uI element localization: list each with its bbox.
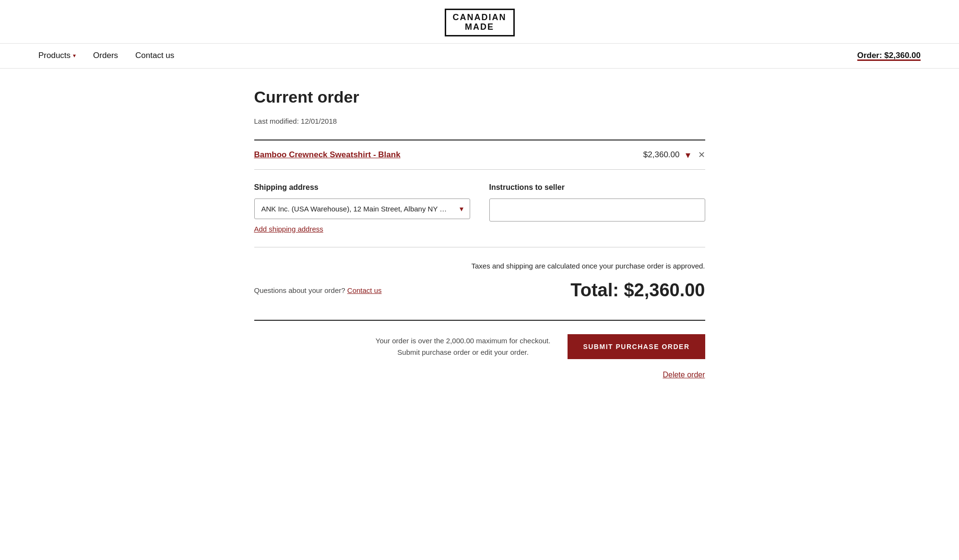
checkout-info-line1: Your order is over the 2,000.00 maximum …: [376, 337, 551, 345]
order-summary-text: Order: $2,360.00: [857, 51, 921, 60]
nav-contact[interactable]: Contact us: [135, 43, 174, 68]
last-modified-date: 12/01/2018: [301, 117, 337, 125]
questions-text: Questions about your order? Contact us: [254, 286, 382, 294]
add-shipping-address-link[interactable]: Add shipping address: [254, 225, 323, 233]
totals-section: Taxes and shipping are calculated once y…: [254, 247, 705, 320]
logo-line2: MADE: [453, 23, 507, 32]
logo-line1: CANADIAN: [453, 13, 507, 23]
contact-us-link[interactable]: Contact us: [347, 286, 382, 294]
product-expand-icon[interactable]: ▾: [686, 149, 690, 161]
instructions-label: Instructions to seller: [489, 183, 705, 192]
delete-order-row: Delete order: [254, 359, 705, 379]
nav-products-label: Products: [38, 43, 71, 68]
nav-contact-label: Contact us: [135, 43, 174, 68]
nav-orders[interactable]: Orders: [93, 43, 118, 68]
product-price-area: $2,360.00 ▾ ✕: [643, 149, 705, 161]
navigation: Products ▾ Orders Contact us Order: $2,3…: [0, 44, 959, 69]
shipping-address-select[interactable]: ANK Inc. (USA Warehouse), 12 Main Street…: [254, 198, 470, 219]
site-header: CANADIAN MADE: [0, 0, 959, 44]
nav-left: Products ▾ Orders Contact us: [38, 43, 857, 68]
shipping-grid: Shipping address ANK Inc. (USA Warehouse…: [254, 183, 705, 233]
nav-products[interactable]: Products ▾: [38, 43, 76, 68]
last-modified-label: Last modified:: [254, 117, 299, 125]
submit-section: Your order is over the 2,000.00 maximum …: [254, 320, 705, 359]
product-name[interactable]: Bamboo Crewneck Sweatshirt - Blank: [254, 150, 401, 160]
submit-purchase-order-button[interactable]: SUBMIT PURCHASE ORDER: [568, 334, 705, 359]
product-row: Bamboo Crewneck Sweatshirt - Blank $2,36…: [254, 140, 705, 169]
shipping-section: Shipping address ANK Inc. (USA Warehouse…: [254, 170, 705, 247]
product-price: $2,360.00: [643, 150, 680, 160]
nav-orders-label: Orders: [93, 43, 118, 68]
instructions-field: Instructions to seller: [489, 183, 705, 233]
main-content: Current order Last modified: 12/01/2018 …: [216, 69, 744, 408]
total-amount: Total: $2,360.00: [570, 280, 705, 301]
page-title: Current order: [254, 88, 705, 106]
site-logo[interactable]: CANADIAN MADE: [445, 9, 515, 36]
taxes-note: Taxes and shipping are calculated once y…: [254, 261, 705, 272]
order-summary-badge: Order: $2,360.00: [857, 51, 921, 60]
shipping-select-wrapper: ANK Inc. (USA Warehouse), 12 Main Street…: [254, 198, 470, 219]
checkout-info: Your order is over the 2,000.00 maximum …: [376, 335, 551, 358]
questions-label: Questions about your order?: [254, 286, 345, 294]
checkout-info-line2: Submit purchase order or edit your order…: [397, 348, 528, 356]
delete-order-link[interactable]: Delete order: [663, 371, 705, 379]
total-questions-row: Questions about your order? Contact us T…: [254, 280, 705, 310]
product-remove-icon[interactable]: ✕: [698, 150, 705, 160]
shipping-address-field: Shipping address ANK Inc. (USA Warehouse…: [254, 183, 470, 233]
shipping-address-label: Shipping address: [254, 183, 470, 192]
last-modified: Last modified: 12/01/2018: [254, 117, 705, 125]
instructions-input[interactable]: [489, 198, 705, 222]
chevron-down-icon: ▾: [73, 43, 76, 68]
